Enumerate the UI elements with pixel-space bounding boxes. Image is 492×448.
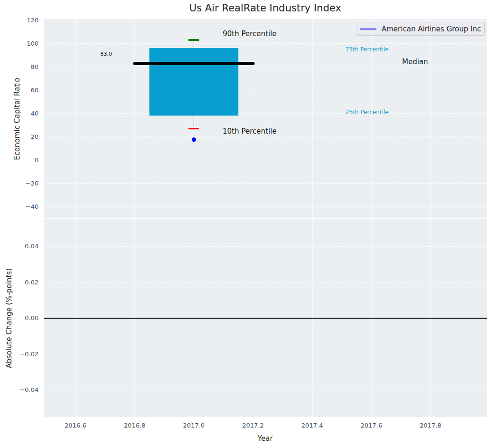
gridline-horizontal: [44, 136, 487, 137]
whisker-cap-bottom: [188, 128, 199, 129]
whisker-line: [194, 40, 194, 128]
chart-title: Us Air RealRate Industry Index: [44, 2, 487, 14]
gridline-horizontal: [44, 67, 487, 67]
y-tick-label: 60: [4, 87, 39, 94]
annotation-90th-percentile: 90th Percentile: [223, 29, 276, 38]
x-tick-label: 2017.6: [353, 422, 391, 429]
y-tick-label: 80: [4, 63, 39, 71]
y-tick-label: 40: [4, 110, 39, 117]
gridline-horizontal: [44, 282, 487, 282]
gridline-horizontal: [44, 90, 487, 90]
gridline-horizontal: [44, 113, 487, 114]
figure: Us Air RealRate Industry Index Economic …: [0, 0, 492, 448]
y-tick-label: 100: [4, 40, 39, 48]
legend-line-swatch: [360, 29, 376, 29]
gridline-horizontal: [44, 390, 487, 390]
annotation-median-value: 83.0: [100, 51, 112, 57]
y-tick-label: −40: [4, 203, 39, 211]
x-tick-label: 2017.0: [175, 422, 213, 429]
gridline-horizontal: [44, 206, 487, 207]
gridline-horizontal: [44, 246, 487, 247]
company-point: [192, 137, 196, 142]
y-tick-label: 0.00: [4, 314, 39, 322]
gridline-vertical: [312, 19, 313, 218]
whisker-cap-top: [188, 39, 199, 40]
gridline-vertical: [253, 19, 253, 218]
x-tick-label: 2016.6: [57, 422, 95, 429]
gridline-vertical: [134, 19, 135, 218]
gridline-vertical: [75, 19, 76, 218]
y-tick-label: 0.04: [4, 243, 39, 250]
zero-line: [44, 318, 487, 319]
x-tick-label: 2017.8: [412, 422, 450, 429]
legend-label: American Airlines Group Inc: [382, 25, 481, 33]
y-tick-label: 120: [4, 17, 39, 24]
top-axes: [44, 19, 487, 218]
x-tick-label: 2016.8: [116, 422, 154, 429]
gridline-horizontal: [44, 183, 487, 184]
gridline-horizontal: [44, 354, 487, 354]
x-tick-label: 2017.2: [234, 422, 272, 429]
annotation-median: Median: [402, 58, 428, 66]
annotation-75th-percentile: 75th Percentile: [345, 46, 389, 53]
median-line: [133, 62, 255, 65]
gridline-horizontal: [44, 43, 487, 44]
y-tick-label: −0.04: [4, 386, 39, 394]
y-tick-label: 0: [4, 156, 39, 164]
gridline-horizontal: [44, 160, 487, 160]
gridline-vertical: [430, 19, 431, 218]
x-axis-label: Year: [44, 434, 487, 443]
legend: American Airlines Group Inc: [356, 22, 485, 36]
y-tick-label: 20: [4, 133, 39, 141]
annotation-25th-percentile: 25th Percentile: [345, 109, 389, 116]
y-tick-label: 0.02: [4, 279, 39, 286]
y-tick-label: −0.02: [4, 351, 39, 358]
annotation-10th-percentile: 10th Percentile: [223, 127, 276, 136]
x-tick-label: 2017.4: [293, 422, 331, 429]
gridline-horizontal: [44, 20, 487, 20]
y-tick-label: −20: [4, 180, 39, 187]
